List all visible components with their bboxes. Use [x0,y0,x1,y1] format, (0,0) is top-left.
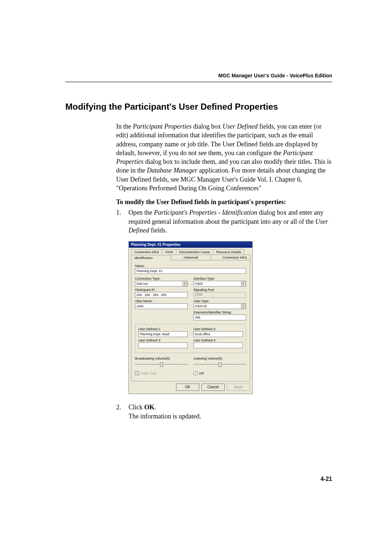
broadcasting-volume-slider[interactable]: ·········· [135,361,188,368]
apply-button: Apply [227,384,250,391]
tab-h245[interactable]: H245 [162,249,176,255]
select-value: H323 ID [195,304,207,308]
italic-text: Database Manager [147,167,197,174]
ud1-label: User Defined 1: [138,327,188,331]
page-number: 4-21 [320,476,332,482]
alias-type-select[interactable]: H323 ID ▾ [193,303,246,309]
text: fields. [149,227,167,234]
signaling-port-label: Signaling Port: [193,288,246,292]
tab-strip: Connection Info2 H245 Disconnection Caus… [129,248,252,260]
participant-ip-input[interactable] [135,292,188,298]
properties-dialog: Planning Dept. #1 Properties Connection … [128,241,253,394]
bold-text: OK [144,404,155,411]
broadcasting-volume-label: Broadcasting Volume(5) [135,357,188,360]
slider-thumb-icon [160,362,163,367]
tab-resource-details[interactable]: Resource Details [213,249,245,255]
ud2-input[interactable] [193,331,243,337]
tab-identification[interactable]: Identification [131,255,171,260]
alias-name-input[interactable] [135,303,188,309]
step-1: 1. Open the Participant's Properties - I… [116,208,332,235]
checkbox-label: VIP [199,372,204,375]
extension-input[interactable] [193,315,246,320]
header-guide-title: MGC Manager User's Guide - VoicePlus Edi… [219,73,332,78]
alias-type-label: Alias Type: [193,299,246,303]
slider-thumb-icon [219,362,221,367]
chevron-down-icon: ▾ [241,281,245,286]
user-defined-group: User Defined 1: User Defined 2: User Def… [135,324,246,353]
chevron-down-icon: ▾ [183,281,187,286]
ud2-label: User Defined 2: [193,327,243,331]
tab-disconnection-cause[interactable]: Disconnection Cause [176,249,213,255]
step-number: 2. [116,403,124,421]
text: Open the [128,209,154,216]
checkbox-label: Audio Only [140,372,156,375]
identification-panel: Name: Connection Type: Dial-out ▾ Interf… [131,260,250,381]
dialog-titlebar: Planning Dept. #1 Properties [129,242,252,248]
interface-type-label: Interface Type: [193,277,246,280]
italic-text: User Defined [222,123,257,130]
tab-connection-info1[interactable]: Connection Info1 [211,255,250,260]
name-input[interactable] [135,268,246,274]
connection-type-label: Connection Type: [135,277,188,280]
listening-volume-label: Listening Volume(5) [193,357,246,360]
ok-button[interactable]: OK [176,384,199,391]
ud4-label: User Defined 4: [193,339,243,342]
vip-checkbox[interactable]: ✓ VIP [193,371,246,375]
intro-paragraph: In the Participant Properties dialog box… [116,122,332,193]
text: The information is updated. [128,413,201,420]
step-2: 2. Click OK. The information is updated. [116,403,332,421]
text: dialog box [192,123,223,130]
select-value: H323 [195,282,203,285]
header-rule [65,81,332,82]
step-number: 1. [116,208,124,235]
ud3-input[interactable] [138,343,188,348]
cancel-button[interactable]: Cancel [201,384,225,391]
name-label: Name: [135,264,246,268]
section-heading: Modifying the Participant's User Defined… [65,102,332,112]
signaling-port-input: 1720 [193,292,246,298]
participant-ip-label: Participant IP: [135,288,188,292]
alias-name-label: Alias Name: [135,299,188,303]
checkbox-icon: ✓ [193,371,197,375]
interface-type-select[interactable]: H323 ▾ [193,281,246,287]
text: In the [116,123,133,130]
tab-advanced[interactable]: Advanced [171,255,211,260]
text: Click [128,404,144,411]
connection-type-select[interactable]: Dial-out ▾ [135,281,188,287]
italic-text: Participant's Properties - Identificatio… [154,209,257,216]
checkbox-icon: ✓ [135,371,139,375]
extension-label: Extension/Identifier String: [193,311,246,314]
select-value: Dial-out [136,282,148,285]
ud1-input[interactable] [138,331,188,337]
ud4-input[interactable] [193,343,243,348]
ud3-label: User Defined 3: [138,339,188,342]
italic-text: Participant Properties [133,123,192,130]
procedure-heading: To modify the User Defined fields in par… [116,198,332,206]
text: . [155,404,156,411]
tab-connection-info2[interactable]: Connection Info2 [131,249,162,255]
listening-volume-slider[interactable]: ·········· [193,361,246,368]
audio-only-checkbox: ✓ Audio Only [135,371,188,375]
chevron-down-icon: ▾ [241,304,245,308]
dialog-button-row: OK Cancel Apply [129,384,252,394]
